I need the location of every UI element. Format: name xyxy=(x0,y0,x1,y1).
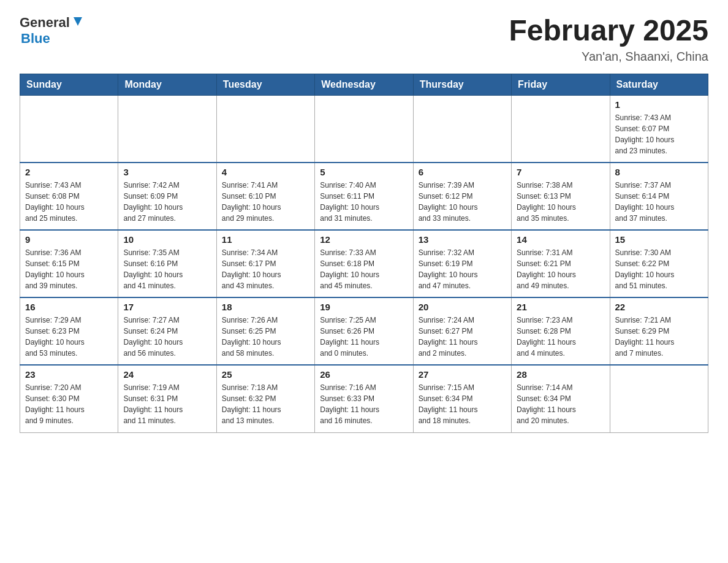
weekday-header-tuesday: Tuesday xyxy=(216,74,314,95)
day-number: 23 xyxy=(25,369,113,380)
day-number: 11 xyxy=(222,234,309,245)
calendar-cell: 15Sunrise: 7:30 AM Sunset: 6:22 PM Dayli… xyxy=(610,230,708,297)
day-info: Sunrise: 7:32 AM Sunset: 6:19 PM Dayligh… xyxy=(419,247,506,291)
calendar-cell: 28Sunrise: 7:14 AM Sunset: 6:34 PM Dayli… xyxy=(512,365,610,432)
day-info: Sunrise: 7:34 AM Sunset: 6:17 PM Dayligh… xyxy=(222,247,309,291)
calendar-cell: 20Sunrise: 7:24 AM Sunset: 6:27 PM Dayli… xyxy=(413,297,511,365)
day-info: Sunrise: 7:20 AM Sunset: 6:30 PM Dayligh… xyxy=(25,382,113,426)
day-number: 8 xyxy=(615,167,703,177)
day-info: Sunrise: 7:25 AM Sunset: 6:26 PM Dayligh… xyxy=(320,315,408,359)
calendar-cell: 12Sunrise: 7:33 AM Sunset: 6:18 PM Dayli… xyxy=(315,230,413,297)
calendar-cell: 4Sunrise: 7:41 AM Sunset: 6:10 PM Daylig… xyxy=(216,163,314,230)
weekday-header-saturday: Saturday xyxy=(610,74,708,95)
calendar-cell: 19Sunrise: 7:25 AM Sunset: 6:26 PM Dayli… xyxy=(315,297,413,365)
day-number: 7 xyxy=(517,167,604,177)
day-info: Sunrise: 7:14 AM Sunset: 6:34 PM Dayligh… xyxy=(517,382,604,426)
logo: General Blue xyxy=(20,15,85,47)
calendar-cell: 24Sunrise: 7:19 AM Sunset: 6:31 PM Dayli… xyxy=(118,365,216,432)
calendar-cell xyxy=(610,365,708,432)
calendar-cell: 11Sunrise: 7:34 AM Sunset: 6:17 PM Dayli… xyxy=(216,230,314,297)
calendar-cell: 6Sunrise: 7:39 AM Sunset: 6:12 PM Daylig… xyxy=(413,163,511,230)
day-number: 9 xyxy=(25,234,113,245)
month-title: February 2025 xyxy=(509,15,708,47)
calendar-week-row: 1Sunrise: 7:43 AM Sunset: 6:07 PM Daylig… xyxy=(20,95,708,163)
day-info: Sunrise: 7:27 AM Sunset: 6:24 PM Dayligh… xyxy=(123,315,211,359)
day-info: Sunrise: 7:35 AM Sunset: 6:16 PM Dayligh… xyxy=(123,247,211,291)
day-info: Sunrise: 7:23 AM Sunset: 6:28 PM Dayligh… xyxy=(517,315,604,359)
calendar-cell: 9Sunrise: 7:36 AM Sunset: 6:15 PM Daylig… xyxy=(20,230,118,297)
calendar-cell xyxy=(20,95,118,163)
weekday-header-row: SundayMondayTuesdayWednesdayThursdayFrid… xyxy=(20,74,708,95)
day-info: Sunrise: 7:29 AM Sunset: 6:23 PM Dayligh… xyxy=(25,315,113,359)
calendar-table: SundayMondayTuesdayWednesdayThursdayFrid… xyxy=(20,74,708,433)
day-number: 4 xyxy=(222,167,309,177)
day-number: 14 xyxy=(517,234,604,245)
calendar-cell: 13Sunrise: 7:32 AM Sunset: 6:19 PM Dayli… xyxy=(413,230,511,297)
day-info: Sunrise: 7:15 AM Sunset: 6:34 PM Dayligh… xyxy=(419,382,506,426)
calendar-week-row: 9Sunrise: 7:36 AM Sunset: 6:15 PM Daylig… xyxy=(20,230,708,297)
day-number: 3 xyxy=(123,167,211,177)
day-number: 18 xyxy=(222,302,309,312)
day-number: 12 xyxy=(320,234,408,245)
day-info: Sunrise: 7:31 AM Sunset: 6:21 PM Dayligh… xyxy=(517,247,604,291)
calendar-week-row: 16Sunrise: 7:29 AM Sunset: 6:23 PM Dayli… xyxy=(20,297,708,365)
day-info: Sunrise: 7:19 AM Sunset: 6:31 PM Dayligh… xyxy=(123,382,211,426)
calendar-cell: 10Sunrise: 7:35 AM Sunset: 6:16 PM Dayli… xyxy=(118,230,216,297)
day-info: Sunrise: 7:37 AM Sunset: 6:14 PM Dayligh… xyxy=(615,180,703,224)
calendar-cell: 7Sunrise: 7:38 AM Sunset: 6:13 PM Daylig… xyxy=(512,163,610,230)
day-number: 28 xyxy=(517,369,604,380)
day-number: 26 xyxy=(320,369,408,380)
day-info: Sunrise: 7:43 AM Sunset: 6:07 PM Dayligh… xyxy=(615,112,703,156)
page-header: General Blue February 2025 Yan'an, Shaan… xyxy=(20,15,708,64)
weekday-header-monday: Monday xyxy=(118,74,216,95)
calendar-cell: 22Sunrise: 7:21 AM Sunset: 6:29 PM Dayli… xyxy=(610,297,708,365)
calendar-cell xyxy=(512,95,610,163)
calendar-cell: 2Sunrise: 7:43 AM Sunset: 6:08 PM Daylig… xyxy=(20,163,118,230)
calendar-cell: 3Sunrise: 7:42 AM Sunset: 6:09 PM Daylig… xyxy=(118,163,216,230)
logo-general: General xyxy=(20,15,70,31)
day-info: Sunrise: 7:43 AM Sunset: 6:08 PM Dayligh… xyxy=(25,180,113,224)
calendar-cell xyxy=(413,95,511,163)
calendar-cell: 23Sunrise: 7:20 AM Sunset: 6:30 PM Dayli… xyxy=(20,365,118,432)
calendar-cell xyxy=(118,95,216,163)
day-info: Sunrise: 7:26 AM Sunset: 6:25 PM Dayligh… xyxy=(222,315,309,359)
day-number: 19 xyxy=(320,302,408,312)
day-number: 24 xyxy=(123,369,211,380)
day-number: 27 xyxy=(419,369,506,380)
day-info: Sunrise: 7:36 AM Sunset: 6:15 PM Dayligh… xyxy=(25,247,113,291)
day-info: Sunrise: 7:41 AM Sunset: 6:10 PM Dayligh… xyxy=(222,180,309,224)
day-number: 17 xyxy=(123,302,211,312)
day-info: Sunrise: 7:30 AM Sunset: 6:22 PM Dayligh… xyxy=(615,247,703,291)
calendar-cell: 1Sunrise: 7:43 AM Sunset: 6:07 PM Daylig… xyxy=(610,95,708,163)
calendar-cell: 5Sunrise: 7:40 AM Sunset: 6:11 PM Daylig… xyxy=(315,163,413,230)
day-number: 5 xyxy=(320,167,408,177)
day-number: 21 xyxy=(517,302,604,312)
day-number: 10 xyxy=(123,234,211,245)
calendar-cell xyxy=(216,95,314,163)
calendar-cell: 26Sunrise: 7:16 AM Sunset: 6:33 PM Dayli… xyxy=(315,365,413,432)
calendar-week-row: 2Sunrise: 7:43 AM Sunset: 6:08 PM Daylig… xyxy=(20,163,708,230)
day-number: 16 xyxy=(25,302,113,312)
calendar-cell: 8Sunrise: 7:37 AM Sunset: 6:14 PM Daylig… xyxy=(610,163,708,230)
weekday-header-thursday: Thursday xyxy=(413,74,511,95)
title-block: February 2025 Yan'an, Shaanxi, China xyxy=(509,15,708,64)
calendar-cell: 25Sunrise: 7:18 AM Sunset: 6:32 PM Dayli… xyxy=(216,365,314,432)
weekday-header-sunday: Sunday xyxy=(20,74,118,95)
calendar-cell: 14Sunrise: 7:31 AM Sunset: 6:21 PM Dayli… xyxy=(512,230,610,297)
calendar-cell: 16Sunrise: 7:29 AM Sunset: 6:23 PM Dayli… xyxy=(20,297,118,365)
day-number: 6 xyxy=(419,167,506,177)
day-number: 13 xyxy=(419,234,506,245)
day-info: Sunrise: 7:16 AM Sunset: 6:33 PM Dayligh… xyxy=(320,382,408,426)
day-info: Sunrise: 7:33 AM Sunset: 6:18 PM Dayligh… xyxy=(320,247,408,291)
day-info: Sunrise: 7:18 AM Sunset: 6:32 PM Dayligh… xyxy=(222,382,309,426)
calendar-cell xyxy=(315,95,413,163)
logo-triangle-icon xyxy=(71,15,85,28)
day-info: Sunrise: 7:21 AM Sunset: 6:29 PM Dayligh… xyxy=(615,315,703,359)
day-number: 22 xyxy=(615,302,703,312)
weekday-header-wednesday: Wednesday xyxy=(315,74,413,95)
weekday-header-friday: Friday xyxy=(512,74,610,95)
location: Yan'an, Shaanxi, China xyxy=(509,50,708,64)
day-info: Sunrise: 7:39 AM Sunset: 6:12 PM Dayligh… xyxy=(419,180,506,224)
logo-blue: Blue xyxy=(21,31,85,47)
day-number: 25 xyxy=(222,369,309,380)
